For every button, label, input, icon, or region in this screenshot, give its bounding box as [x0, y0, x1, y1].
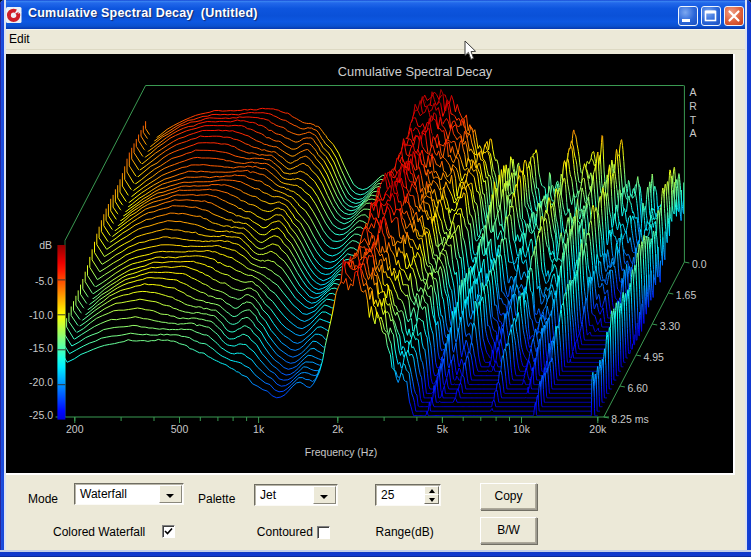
svg-text:-15.0: -15.0 [29, 342, 53, 354]
svg-text:4.95: 4.95 [644, 351, 665, 363]
svg-text:1k: 1k [253, 423, 265, 435]
svg-text:2k: 2k [332, 423, 344, 435]
svg-text:R: R [689, 100, 697, 112]
svg-text:-10.0: -10.0 [29, 309, 53, 321]
svg-text:A: A [689, 127, 696, 139]
svg-text:200: 200 [66, 423, 84, 435]
svg-text:1.65: 1.65 [676, 289, 697, 301]
svg-text:Cumulative Spectral Decay: Cumulative Spectral Decay [338, 64, 493, 79]
svg-text:10k: 10k [513, 423, 531, 435]
svg-text:T: T [690, 114, 697, 126]
svg-text:5k: 5k [437, 423, 449, 435]
svg-text:500: 500 [171, 423, 189, 435]
svg-text:dB: dB [39, 239, 52, 251]
svg-text:-5.0: -5.0 [35, 275, 53, 287]
svg-text:8.25 ms: 8.25 ms [611, 413, 648, 425]
svg-text:0.0: 0.0 [692, 258, 707, 270]
svg-text:Frequency (Hz): Frequency (Hz) [305, 446, 377, 458]
svg-text:A: A [689, 86, 696, 98]
svg-text:-20.0: -20.0 [29, 376, 53, 388]
svg-text:6.60: 6.60 [627, 382, 648, 394]
svg-text:20k: 20k [589, 423, 607, 435]
svg-text:-25.0: -25.0 [29, 409, 53, 421]
svg-text:3.30: 3.30 [660, 320, 681, 332]
